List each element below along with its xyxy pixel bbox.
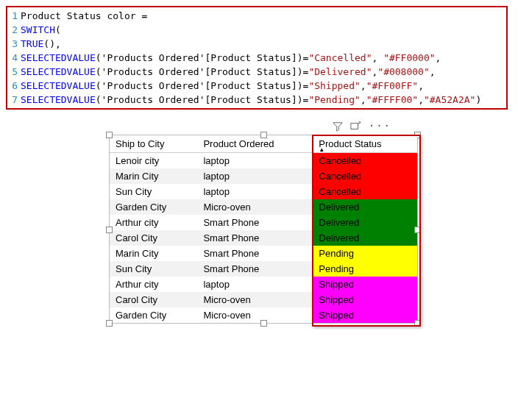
table-row[interactable]: Marin CitylaptopCancelled <box>110 168 417 184</box>
table-row[interactable]: Carol CityMicro-ovenShipped <box>110 292 417 307</box>
focus-mode-icon[interactable] <box>350 120 368 132</box>
cell-product: Micro-oven <box>197 292 313 307</box>
data-table: Ship to City Product Ordered Product Sta… <box>110 135 417 323</box>
cell-status: Cancelled <box>313 153 417 169</box>
cell-city: Carol City <box>110 230 197 246</box>
code-line: 4SELECTEDVALUE('Products Ordered'[Produc… <box>7 51 506 65</box>
table-visual[interactable]: Ship to City Product Ordered Product Sta… <box>109 135 418 324</box>
line-number: 2 <box>7 23 21 37</box>
line-number: 4 <box>7 51 21 65</box>
code-line: 2SWITCH( <box>7 23 506 37</box>
code-text: SELECTEDVALUE('Products Ordered'[Product… <box>21 79 506 93</box>
more-options-icon[interactable]: ··· <box>369 120 391 132</box>
cell-product: Smart Phone <box>197 215 313 230</box>
cell-city: Arthur city <box>110 277 197 292</box>
col-header-status[interactable]: Product Status <box>313 135 417 153</box>
cell-city: Sun City <box>110 184 197 199</box>
table-row[interactable]: Sun CitylaptopCancelled <box>110 184 417 199</box>
cell-status: Delivered <box>313 215 417 230</box>
code-line: 5SELECTEDVALUE('Products Ordered'[Produc… <box>7 65 506 79</box>
cell-city: Garden City <box>110 307 197 323</box>
resize-handle[interactable] <box>414 227 421 233</box>
line-number: 5 <box>7 65 21 79</box>
cell-status: Cancelled <box>313 168 417 184</box>
cell-status: Shipped <box>313 307 417 323</box>
code-text: Product Status color = <box>21 9 506 23</box>
code-line: 6SELECTEDVALUE('Products Ordered'[Produc… <box>7 79 506 93</box>
table-row[interactable]: Arthur citylaptopShipped <box>110 277 417 292</box>
cell-product: Micro-oven <box>197 307 313 323</box>
resize-handle[interactable] <box>106 320 113 327</box>
resize-handle[interactable] <box>106 132 113 138</box>
table-row[interactable]: Carol CitySmart PhoneDelivered <box>110 230 417 246</box>
table-row[interactable]: Arthur citySmart PhoneDelivered <box>110 215 417 230</box>
cell-city: Carol City <box>110 292 197 307</box>
code-text: SWITCH( <box>21 23 506 37</box>
table-row[interactable]: Sun CitySmart PhonePending <box>110 261 417 277</box>
table-row[interactable]: Garden CityMicro-ovenDelivered <box>110 199 417 215</box>
cell-status: Shipped <box>313 292 417 307</box>
line-number: 1 <box>7 9 21 23</box>
cell-city: Sun City <box>110 261 197 277</box>
col-header-product[interactable]: Product Ordered <box>197 135 313 153</box>
cell-city: Marin City <box>110 246 197 261</box>
line-number: 7 <box>7 93 21 107</box>
cell-status: Delivered <box>313 199 417 215</box>
code-line: 7SELECTEDVALUE('Products Ordered'[Produc… <box>7 93 506 107</box>
line-number: 6 <box>7 79 21 93</box>
cell-status: Cancelled <box>313 184 417 199</box>
table-visual-container: ··· Ship to City Product Ordered Product… <box>109 120 418 324</box>
code-line: 3TRUE(), <box>7 37 506 51</box>
cell-product: laptop <box>197 277 313 292</box>
cell-product: laptop <box>197 184 313 199</box>
code-text: SELECTEDVALUE('Products Ordered'[Product… <box>21 65 506 79</box>
dax-formula-editor[interactable]: 1Product Status color =2SWITCH(3TRUE(),4… <box>6 6 508 110</box>
cell-status: Delivered <box>313 230 417 246</box>
cell-product: Smart Phone <box>197 261 313 277</box>
filter-icon[interactable] <box>333 120 350 132</box>
line-number: 3 <box>7 37 21 51</box>
cell-product: laptop <box>197 168 313 184</box>
code-text: SELECTEDVALUE('Products Ordered'[Product… <box>21 51 506 65</box>
cell-city: Marin City <box>110 168 197 184</box>
cell-product: Smart Phone <box>197 230 313 246</box>
code-text: TRUE(), <box>21 37 506 51</box>
cell-product: Micro-oven <box>197 199 313 215</box>
code-text: SELECTEDVALUE('Products Ordered'[Product… <box>21 93 506 107</box>
table-row[interactable]: Marin CitySmart PhonePending <box>110 246 417 261</box>
cell-product: Smart Phone <box>197 246 313 261</box>
cell-city: Arthur city <box>110 215 197 230</box>
cell-status: Shipped <box>313 277 417 292</box>
cell-product: laptop <box>197 153 313 169</box>
cell-status: Pending <box>313 246 417 261</box>
svg-rect-0 <box>351 124 358 129</box>
resize-handle[interactable] <box>260 132 267 138</box>
code-line: 1Product Status color = <box>7 9 506 23</box>
col-header-city[interactable]: Ship to City <box>110 135 197 153</box>
resize-handle[interactable] <box>260 320 267 327</box>
cell-status: Pending <box>313 261 417 277</box>
cell-city: Lenoir city <box>110 153 197 169</box>
resize-handle[interactable] <box>106 227 113 233</box>
table-row[interactable]: Lenoir citylaptopCancelled <box>110 153 417 169</box>
cell-city: Garden City <box>110 199 197 215</box>
resize-handle[interactable] <box>414 320 421 327</box>
